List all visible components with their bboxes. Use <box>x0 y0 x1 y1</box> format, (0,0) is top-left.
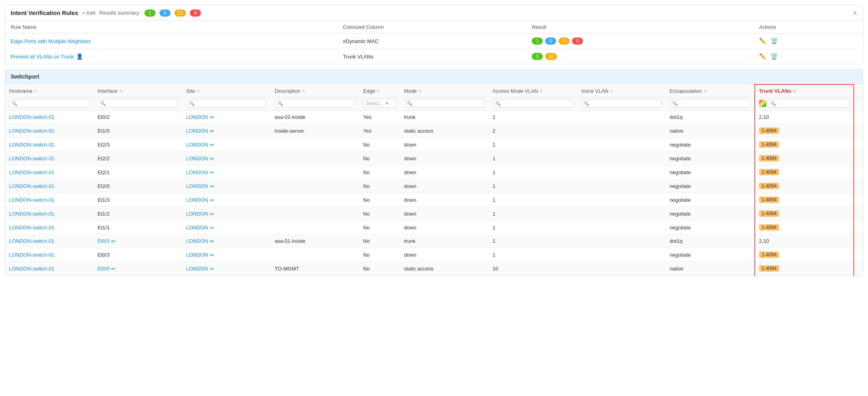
hostname-cell: LONDON-switch-01 <box>5 262 94 276</box>
hostname-cell: LONDON-switch-01 <box>5 193 94 207</box>
hostname-cell-link[interactable]: LONDON-switch-01 <box>9 197 54 203</box>
description-cell: asa-01-inside <box>271 235 359 248</box>
access-mode-vlan-cell: 1 <box>489 111 577 124</box>
sort-icon[interactable]: ⇅ <box>540 89 543 93</box>
result-badge-yellow: 10 <box>545 53 557 60</box>
sort-icon[interactable]: ⇅ <box>793 89 796 93</box>
sort-icon[interactable]: ⇅ <box>302 89 305 93</box>
site-cell: LONDON ⇔ <box>182 221 271 235</box>
site-cell-link[interactable]: LONDON ⇔ <box>186 142 214 148</box>
hostname-search-input[interactable] <box>19 101 87 106</box>
rule-name-link[interactable]: Prevent all VLANs on Trunk <box>11 54 74 60</box>
delete-rule-button[interactable]: 🗑️ <box>771 53 778 60</box>
vlan-badge: 1-4094 <box>759 141 779 148</box>
sort-icon[interactable]: ⇅ <box>703 89 707 93</box>
hostname-cell-link[interactable]: LONDON-switch-01 <box>9 156 54 161</box>
vlan-badge: 1-4094 <box>759 210 779 217</box>
search-icon: 🔍 <box>12 101 17 106</box>
hostname-cell-link[interactable]: LONDON-switch-01 <box>9 252 54 258</box>
hostname-cell-link[interactable]: LONDON-switch-01 <box>9 142 54 148</box>
summary-badge-green: 1 <box>144 9 156 17</box>
hostname-cell: LONDON-switch-01 <box>5 207 94 221</box>
result-badge-green: 1 <box>532 38 543 45</box>
extra-cell <box>854 138 863 152</box>
hostname-cell-link[interactable]: LONDON-switch-01 <box>9 211 54 217</box>
sort-icon[interactable]: ⇅ <box>34 89 37 93</box>
table-row: LONDON-switch-01Et0/1 ⇔LONDON ⇔asa-01-in… <box>5 235 863 248</box>
filter-voice-vlan: 🔍 <box>577 98 666 111</box>
col-header-result: Result <box>526 21 754 34</box>
interface-cell: Et2/1 <box>94 165 182 179</box>
color-filter-icon[interactable] <box>759 100 766 107</box>
sort-icon[interactable]: ⇅ <box>610 89 613 93</box>
encapsulation-search-input[interactable] <box>679 101 747 106</box>
hostname-cell-link[interactable]: LONDON-switch-01 <box>9 114 54 120</box>
site-cell-link[interactable]: LONDON ⇔ <box>186 211 214 217</box>
sort-icon[interactable]: ⇅ <box>119 89 122 93</box>
interface-search-input[interactable] <box>107 101 175 106</box>
site-cell-link[interactable]: LONDON ⇔ <box>186 169 214 175</box>
sort-icon[interactable]: ⇅ <box>377 89 380 93</box>
filter-access-mode-vlan: 🔍 <box>489 98 577 111</box>
site-cell-link[interactable]: LONDON ⇔ <box>186 238 214 244</box>
sort-icon[interactable]: ⇅ <box>197 89 200 93</box>
trunk-vlan-search-input[interactable] <box>778 101 847 106</box>
edge-cell: No <box>359 179 400 193</box>
site-cell-link[interactable]: LONDON ⇔ <box>186 128 214 134</box>
table-scroll-container[interactable]: Hostname ⇅ Interface ⇅ Site ⇅ Descriptio… <box>5 84 863 276</box>
site-cell-link[interactable]: LONDON ⇔ <box>186 225 214 231</box>
site-cell-link[interactable]: LONDON ⇔ <box>186 266 214 272</box>
summary-badge-red: 0 <box>190 9 201 17</box>
edge-select-label: Select... <box>366 101 383 106</box>
edge-cell: Yes <box>359 124 400 138</box>
col-header-extra <box>854 84 863 98</box>
hostname-cell-link[interactable]: LONDON-switch-01 <box>9 128 54 134</box>
column-header-row: Hostname ⇅ Interface ⇅ Site ⇅ Descriptio… <box>5 84 863 98</box>
hostname-cell-link[interactable]: LONDON-switch-01 <box>9 266 54 272</box>
site-filter-input-wrap: 🔍 <box>186 99 267 108</box>
col-header-rule-name: Rule Name <box>5 21 337 34</box>
sort-icon[interactable]: ⇅ <box>418 89 422 93</box>
hostname-cell-link[interactable]: LONDON-switch-01 <box>9 238 54 244</box>
hostname-cell-link[interactable]: LONDON-switch-01 <box>9 225 54 231</box>
site-cell-link[interactable]: LONDON ⇔ <box>186 114 214 120</box>
interface-cell-link[interactable]: Et0/1 ⇔ <box>97 238 115 244</box>
site-cell-link[interactable]: LONDON ⇔ <box>186 156 214 161</box>
site-search-input[interactable] <box>196 101 264 106</box>
hostname-cell-link[interactable]: LONDON-switch-01 <box>9 169 54 175</box>
interface-filter-input-wrap: 🔍 <box>97 99 178 108</box>
access-vlan-search-input[interactable] <box>502 101 570 106</box>
edge-select[interactable]: Select... ▼ <box>363 99 396 108</box>
mode-search-input[interactable] <box>414 101 482 106</box>
trunk-vlan-filter-input-wrap: 🔍 <box>768 99 849 108</box>
interface-cell-link[interactable]: Et0/0 ⇔ <box>97 266 115 272</box>
site-cell-link[interactable]: LONDON ⇔ <box>186 252 214 258</box>
edit-rule-button[interactable]: ✏️ <box>759 53 767 60</box>
site-cell: LONDON ⇔ <box>182 152 271 165</box>
description-search-input[interactable] <box>285 101 352 106</box>
result-badge-yellow: 0 <box>559 38 570 45</box>
hostname-cell: LONDON-switch-01 <box>5 152 94 165</box>
access-mode-vlan-cell: 1 <box>489 193 577 207</box>
description-cell <box>271 152 359 165</box>
site-cell-link[interactable]: LONDON ⇔ <box>186 197 214 203</box>
rule-name-cell: Prevent all VLANs on Trunk 👤 <box>5 49 337 64</box>
hostname-cell: LONDON-switch-01 <box>5 111 94 124</box>
extra-cell <box>854 235 863 248</box>
rule-name-link[interactable]: Edge-Ports with Multiple Neighbors <box>11 38 91 44</box>
hostname-cell-link[interactable]: LONDON-switch-01 <box>9 183 54 189</box>
extra-cell <box>854 193 863 207</box>
access-mode-vlan-cell: 1 <box>489 221 577 235</box>
mode-filter-input-wrap: 🔍 <box>404 99 485 108</box>
site-cell-link[interactable]: LONDON ⇔ <box>186 183 214 189</box>
vlan-badge: 1-4094 <box>759 265 779 272</box>
delete-rule-button[interactable]: 🗑️ <box>771 38 778 45</box>
add-rule-button[interactable]: + Add <box>82 10 96 16</box>
result-cell: 1 0 0 0 <box>526 34 754 49</box>
voice-vlan-search-input[interactable] <box>591 101 659 106</box>
encapsulation-cell: negotiate <box>666 179 754 193</box>
description-cell <box>271 207 359 221</box>
collapse-button[interactable]: ∧ <box>853 9 857 17</box>
switchport-section: Switchport Hostname ⇅ Interface ⇅ Site ⇅… <box>5 69 863 276</box>
edit-rule-button[interactable]: ✏️ <box>759 38 767 45</box>
